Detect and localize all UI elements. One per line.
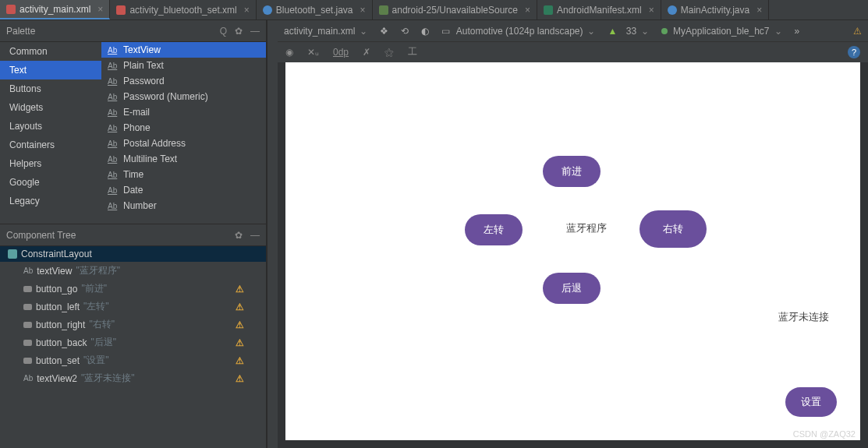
palette-category[interactable]: Legacy (0, 192, 101, 210)
tree-node-sublabel: "后退" (90, 336, 116, 349)
close-icon[interactable]: × (244, 5, 250, 16)
theme-selector[interactable]: MyApplication_ble_hc7 (661, 26, 781, 37)
tree-node-sublabel: "蓝牙程序" (76, 264, 120, 277)
orientation-icon[interactable]: ⟲ (401, 26, 409, 37)
palette-item[interactable]: AbPassword (101, 73, 266, 89)
tree-node[interactable]: button_back "后退"⚠ (0, 333, 266, 351)
warning-icon[interactable]: ⚠ (236, 284, 244, 295)
editor-tabs: activity_main.xml×activity_bluetooth_set… (0, 0, 868, 20)
watermark: CSDN @ZAQ32 (793, 429, 856, 439)
palette-item[interactable]: AbE-mail (101, 104, 266, 120)
editor-tab[interactable]: Bluetooth_set.java× (257, 0, 373, 19)
palette-item[interactable]: AbNumber (101, 198, 266, 213)
preview-button-left[interactable]: 左转 (465, 214, 523, 245)
canvas-container: 前进 左转 蓝牙程序 右转 后退 蓝牙未连接 设置 CSDN @ZAQ32 (278, 62, 868, 448)
gear-icon[interactable]: ✿ (235, 26, 243, 37)
search-icon[interactable]: Q (220, 26, 227, 37)
magic-wand-icon[interactable]: ⚝ (384, 47, 394, 58)
close-icon[interactable]: × (649, 5, 654, 16)
editor-tab[interactable]: AndroidManifest.xml× (537, 0, 661, 19)
preview-button-right[interactable]: 右转 (639, 210, 707, 248)
tree-node-label: textView2 (37, 373, 77, 384)
collapse-icon[interactable]: — (250, 26, 260, 37)
api-selector[interactable]: ▲ 33 (608, 26, 649, 37)
button-widget-icon (23, 340, 32, 346)
warning-icon[interactable]: ⚠ (853, 26, 862, 37)
file-selector[interactable]: activity_main.xml (284, 26, 367, 37)
magnet-off-icon[interactable]: ✕ᵤ (307, 47, 319, 58)
tree-node-sublabel: "设置" (83, 354, 109, 367)
warning-icon[interactable]: ⚠ (236, 337, 244, 348)
tree-node-sublabel: "前进" (81, 282, 107, 295)
preview-button-set[interactable]: 设置 (785, 387, 837, 417)
text-widget-icon: Ab (108, 139, 119, 148)
palette-header: Palette Q ✿ — (0, 20, 266, 42)
palette-category[interactable]: Buttons (0, 79, 101, 98)
text-widget-icon: Ab (108, 171, 119, 179)
preview-status-label: 蓝牙未连接 (778, 310, 829, 324)
design-subtoolbar: ◉ ✕ᵤ 0dp ✗ ⚝ 工 ? (278, 42, 868, 62)
editor-tab[interactable]: activity_bluetooth_set.xml× (110, 0, 256, 19)
palette-category[interactable]: Common (0, 42, 101, 61)
tree-node[interactable]: button_set "设置"⚠ (0, 351, 266, 369)
overflow-icon[interactable]: » (795, 26, 800, 37)
tree-node[interactable]: button_left "左转"⚠ (0, 298, 266, 316)
tree-root[interactable]: ConstraintLayout (0, 246, 266, 262)
palette-item[interactable]: AbDate (101, 182, 266, 198)
warning-icon[interactable]: ⚠ (236, 355, 244, 366)
palette-category[interactable]: Google (0, 173, 101, 192)
palette-item-label: Postal Address (123, 138, 186, 149)
tree-node-label: button_left (36, 302, 80, 312)
design-canvas[interactable]: 前进 左转 蓝牙程序 右转 后退 蓝牙未连接 设置 CSDN @ZAQ32 (285, 62, 860, 440)
warning-icon[interactable]: ⚠ (236, 302, 244, 312)
palette-item-label: Multiline Text (123, 153, 177, 164)
palette-item-label: TextView (123, 44, 161, 55)
palette-category[interactable]: Helpers (0, 154, 101, 173)
close-icon[interactable]: × (756, 5, 762, 16)
palette-item[interactable]: AbTextView (101, 42, 266, 58)
editor-tab[interactable]: android-25/UnavailableSource× (373, 0, 537, 19)
palette-item[interactable]: AbPhone (101, 120, 266, 136)
layers-icon[interactable]: ❖ (380, 26, 388, 37)
preview-button-go[interactable]: 前进 (543, 156, 601, 187)
tree-node[interactable]: AbtextView2 "蓝牙未连接"⚠ (0, 369, 266, 387)
palette-item[interactable]: AbPostal Address (101, 136, 266, 151)
palette-item[interactable]: AbPassword (Numeric) (101, 89, 266, 104)
palette-category[interactable]: Text (0, 61, 101, 79)
palette-item[interactable]: AbMultiline Text (101, 151, 266, 167)
close-icon[interactable]: × (360, 5, 366, 16)
palette-body: CommonTextButtonsWidgetsLayoutsContainer… (0, 42, 266, 224)
warning-icon[interactable]: ⚠ (236, 319, 244, 330)
guideline-icon[interactable]: 工 (408, 45, 417, 58)
clear-constraints-icon[interactable]: ✗ (363, 47, 370, 58)
night-mode-icon[interactable]: ◐ (421, 26, 429, 37)
tree-node[interactable]: AbtextView "蓝牙程序" (0, 262, 266, 280)
gear-icon[interactable]: ✿ (235, 230, 243, 241)
palette-category[interactable]: Containers (0, 136, 101, 154)
text-widget-icon: Ab (108, 108, 119, 117)
preview-button-back[interactable]: 后退 (543, 273, 601, 304)
eye-icon[interactable]: ◉ (285, 47, 293, 58)
close-icon[interactable]: × (97, 4, 103, 15)
editor-tab[interactable]: activity_main.xml× (0, 0, 110, 19)
collapse-icon[interactable]: — (250, 230, 260, 241)
tree-node-sublabel: "蓝牙未连接" (81, 372, 135, 385)
palette-items: AbTextViewAbPlain TextAbPasswordAbPasswo… (101, 42, 266, 224)
tree-node-label: button_set (36, 355, 80, 366)
tree-node[interactable]: button_go "前进"⚠ (0, 280, 266, 298)
palette-item[interactable]: AbTime (101, 167, 266, 182)
device-selector[interactable]: ▭ Automotive (1024p landscape) (441, 26, 595, 37)
help-icon[interactable]: ? (848, 46, 860, 58)
close-icon[interactable]: × (525, 5, 530, 16)
warning-icon[interactable]: ⚠ (236, 373, 244, 384)
button-widget-icon (23, 304, 32, 310)
palette-category[interactable]: Widgets (0, 98, 101, 117)
editor-tab[interactable]: MainActivity.java× (661, 0, 770, 19)
tree-node[interactable]: button_right "右转"⚠ (0, 316, 266, 333)
palette-categories: CommonTextButtonsWidgetsLayoutsContainer… (0, 42, 101, 224)
palette-item[interactable]: AbPlain Text (101, 58, 266, 73)
panel-gutter[interactable] (267, 20, 278, 448)
file-type-icon (379, 5, 388, 15)
default-margin[interactable]: 0dp (333, 47, 349, 58)
palette-category[interactable]: Layouts (0, 117, 101, 136)
